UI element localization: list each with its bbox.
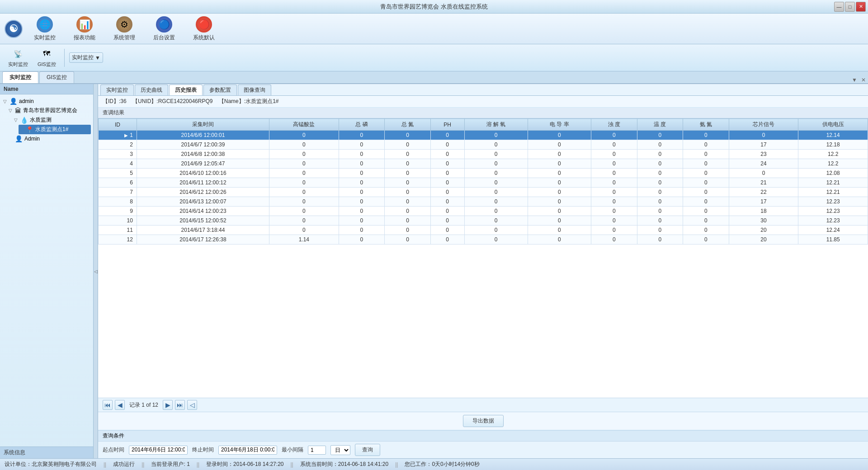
tab-gis-control[interactable]: GIS监控 <box>39 71 74 83</box>
table-cell: 0 <box>430 169 464 178</box>
last-page-btn[interactable]: ⏭ <box>175 400 185 410</box>
tab-realtime-control[interactable]: 实时监控 <box>2 71 38 83</box>
table-row[interactable]: 42014/6/9 12:05:470000000002412.2 <box>99 159 868 169</box>
menu-item-sysmanage[interactable]: ⚙ 系统管理 <box>107 14 142 44</box>
tab-close-btn[interactable]: ✕ <box>859 77 868 83</box>
name-label: 【Name】:水质监测点1# <box>219 98 279 104</box>
table-cell: 0 <box>464 197 528 207</box>
table-cell: 0 <box>683 159 729 169</box>
tree-item-park[interactable]: ▽ 🏛 青岛市世界园艺博览会 <box>8 106 91 115</box>
first-page-btn[interactable]: ⏮ <box>103 400 113 410</box>
sub-tab-bar: 实时监控 历史曲线 历史报表 参数配置 图像查询 <box>98 84 868 96</box>
menu-item-realtime[interactable]: 🌐 实时监控 <box>27 14 62 44</box>
toolbar-realtime-monitor[interactable]: 📡 实时监控 <box>5 46 32 70</box>
menu-bar: ☯ 🌐 实时监控 📊 报表功能 ⚙ 系统管理 🔵 后台设置 🔴 系统默认 <box>0 14 868 44</box>
restore-button[interactable]: □ <box>845 2 855 12</box>
table-cell: 0 <box>591 178 637 188</box>
table-cell: 0 <box>637 226 683 235</box>
table-cell: 0 <box>464 169 528 178</box>
table-cell: 0 <box>683 140 729 150</box>
tree-item-water[interactable]: ▽ 💧 水质监测 <box>13 115 91 125</box>
table-cell: 0 <box>339 159 385 169</box>
app-logo: ☯ <box>5 20 23 38</box>
table-cell: 0 <box>683 169 729 178</box>
tree-item-admin[interactable]: ▽ 👤 admin <box>2 97 91 106</box>
table-cell: 24 <box>729 159 798 169</box>
table-cell: 12.18 <box>798 140 868 150</box>
sub-tab-history-report[interactable]: 历史报表 <box>169 85 203 95</box>
table-cell: 0 <box>464 235 528 244</box>
extra-page-btn[interactable]: ◁ <box>187 400 197 410</box>
col-ec: 电 导 率 <box>528 119 591 131</box>
end-time-input[interactable] <box>218 446 277 455</box>
table-row[interactable]: 62014/6/11 12:00:120000000002112.21 <box>99 178 868 188</box>
toolbar-dropdown[interactable]: 实时监控 ▼ <box>69 52 103 63</box>
table-cell: 9 <box>99 207 137 216</box>
toolbar-gis-label: GIS监控 <box>38 61 56 68</box>
table-cell: 0 <box>339 169 385 178</box>
table-cell: 0 <box>591 207 637 216</box>
menu-item-sysdefault[interactable]: 🔴 系统默认 <box>186 14 222 44</box>
table-cell: 0 <box>591 169 637 178</box>
table-cell: 30 <box>729 216 798 226</box>
close-button[interactable]: ✕ <box>856 2 866 12</box>
table-cell: 0 <box>430 197 464 207</box>
toolbar-gis-monitor[interactable]: 🗺 GIS监控 <box>34 46 60 70</box>
table-cell: 0 <box>683 178 729 188</box>
table-cell: 0 <box>385 159 431 169</box>
unit-select[interactable]: 日 时 <box>330 445 350 455</box>
start-time-input[interactable] <box>129 446 188 455</box>
table-row[interactable]: ▶12014/6/6 12:00:01000000000012.14 <box>99 131 868 140</box>
table-row[interactable]: 92014/6/14 12:00:230000000001812.23 <box>99 207 868 216</box>
table-row[interactable]: 102014/6/15 12:00:520000000003012.23 <box>99 216 868 226</box>
table-cell: 12.2 <box>798 150 868 159</box>
table-cell: 7 <box>99 188 137 197</box>
sub-tab-image-query[interactable]: 图像查询 <box>238 85 271 95</box>
table-cell: 2014/6/17 12:26:38 <box>137 235 269 244</box>
table-row[interactable]: 112014/6/17 3:18:440000000002012.24 <box>99 226 868 235</box>
table-cell: 12.08 <box>798 169 868 178</box>
table-cell: 0 <box>269 216 339 226</box>
minimize-button[interactable]: — <box>834 2 844 12</box>
table-cell: 12.23 <box>798 197 868 207</box>
table-cell: 0 <box>464 226 528 235</box>
sub-tab-history-curve[interactable]: 历史曲线 <box>135 85 168 95</box>
export-button[interactable]: 导出数据 <box>463 415 504 427</box>
table-cell: 0 <box>528 178 591 188</box>
table-cell: 0 <box>591 131 637 140</box>
id-label: 【ID】:36 <box>103 98 127 104</box>
expand-arrow-icon: ◁ <box>94 269 98 274</box>
menu-sysmanage-label: 系统管理 <box>113 34 135 42</box>
table-cell: 1.14 <box>269 235 339 244</box>
table-row[interactable]: 52014/6/10 12:00:16000000000012.08 <box>99 169 868 178</box>
sub-tab-realtime[interactable]: 实时监控 <box>100 85 134 95</box>
col-voltage: 供电电压 <box>798 119 868 131</box>
left-panel: Name ▽ 👤 admin ▽ 🏛 青岛市世界园艺博览会 ▽ 💧 水质监测 📍 <box>0 84 94 458</box>
sub-tab-param-config[interactable]: 参数配置 <box>203 85 237 95</box>
users-status: 当前登录用户: 1 <box>151 461 189 468</box>
table-row[interactable]: 82014/6/13 12:00:070000000001712.23 <box>99 197 868 207</box>
query-button[interactable]: 查询 <box>355 444 380 456</box>
title-bar: 青岛市世界园艺博览会 水质在线监控系统 — □ ✕ <box>0 0 868 14</box>
results-header: 查调结果 <box>98 108 868 118</box>
tree-item-adminuser[interactable]: 👤 Admin <box>8 134 91 143</box>
report-icon: 📊 <box>76 16 93 33</box>
menu-item-report[interactable]: 📊 报表功能 <box>67 14 102 44</box>
tree-item-point1[interactable]: 📍 水质监测点1# <box>19 125 91 134</box>
expand-icon-park: ▽ <box>9 108 13 113</box>
next-page-btn[interactable]: ▶ <box>163 400 173 410</box>
prev-page-btn[interactable]: ◀ <box>115 400 125 410</box>
table-row[interactable]: 22014/6/7 12:00:390000000001712.18 <box>99 140 868 150</box>
table-cell: 12.21 <box>798 188 868 197</box>
table-row[interactable]: 122014/6/17 12:26:381.14000000002011.85 <box>99 235 868 244</box>
table-row[interactable]: 72014/6/12 12:00:260000000002212.21 <box>99 188 868 197</box>
table-cell: 0 <box>683 150 729 159</box>
export-bar: 导出数据 <box>98 412 868 430</box>
panel-expand-btn[interactable]: ◁ <box>94 84 98 458</box>
table-row[interactable]: 32014/6/8 12:00:380000000002312.2 <box>99 150 868 159</box>
table-cell: 0 <box>269 178 339 188</box>
menu-item-backend[interactable]: 🔵 后台设置 <box>146 14 182 44</box>
tab-collapse-btn[interactable]: ▼ <box>850 77 859 83</box>
min-interval-input[interactable] <box>308 446 326 455</box>
col-nh3: 氨 氮 <box>683 119 729 131</box>
